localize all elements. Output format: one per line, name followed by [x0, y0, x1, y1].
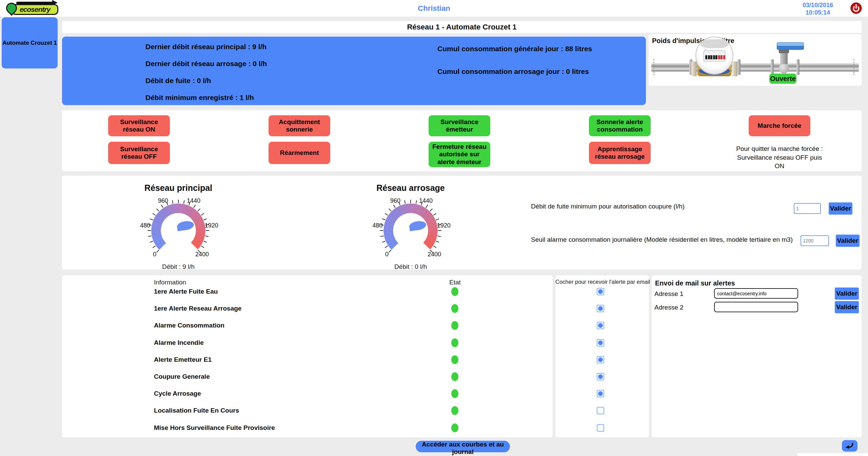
control-button-3[interactable]: Réarmement [269, 142, 330, 164]
email-alert-checkbox-6[interactable] [597, 390, 604, 397]
gauge-tick [437, 236, 441, 237]
gauge-tick [172, 200, 173, 204]
gauge-tick [393, 205, 396, 208]
pipe-flange-icon [796, 59, 800, 75]
email-valider-button-1[interactable]: Valider [835, 301, 859, 313]
gauge-tick [404, 200, 406, 204]
email-valider-button-0[interactable]: Valider [835, 288, 859, 300]
email-alert-checkbox-8[interactable] [597, 424, 604, 432]
gauge-tick [147, 230, 151, 231]
force-mode-note: Pour quitter la marche forcée : Surveill… [735, 144, 824, 171]
gauge-widget: 0480960144019202400Débit : 0 l/h [375, 196, 446, 267]
gauge-tick [201, 213, 204, 216]
email-alert-checkbox-3[interactable] [597, 339, 604, 346]
control-button-2[interactable]: Acquittement sonnerie [269, 115, 330, 136]
pipe-flange-icon [737, 59, 741, 75]
column-header-email-alert: Cocher pour recevoir l'alerte par email [555, 279, 649, 285]
gauge-1: Réseau arrosage0480960144019202400Débit … [363, 183, 458, 275]
status-dot [451, 355, 458, 364]
gauge-tick [193, 205, 196, 208]
control-button-1[interactable]: Surveillance réseau OFF [108, 142, 170, 164]
control-button-8[interactable]: Marche forcée [749, 115, 810, 136]
control-button-5[interactable]: Fermeture réseau autorisée sur alerte ém… [429, 142, 490, 167]
user-name[interactable]: Christian [0, 4, 868, 13]
email-panel-title: Envoi de mail sur alertes [655, 279, 735, 287]
gauge-tick [426, 205, 428, 208]
email-alert-checkbox-5[interactable] [597, 373, 604, 380]
gauge-tick-label: 960 [158, 197, 168, 204]
control-button-4[interactable]: Surveillance émetteur [429, 115, 490, 136]
email-alert-checkbox-4[interactable] [597, 356, 604, 363]
alert-row-label: 1ere Alerte Reseau Arrosage [154, 305, 241, 312]
checkbox-checked-mark [598, 306, 603, 311]
page-title: Réseau 1 - Automate Crouzet 1 [62, 21, 862, 33]
meter-digit [715, 55, 717, 59]
email-alert-checkbox-0[interactable] [597, 288, 604, 295]
gauge-tick-label: 0 [385, 251, 389, 258]
email-alert-checkbox-1[interactable] [597, 305, 604, 312]
gauge-tick [433, 245, 436, 248]
gauge-tick [150, 241, 153, 243]
curved-arrow-icon [845, 442, 855, 450]
gauge-tick [153, 245, 156, 248]
email-panel: Envoi de mail sur alertes Adresse 1Valid… [652, 275, 862, 437]
alert-row-label: Mise Hors Surveillance Fuite Provisoire [154, 424, 275, 432]
gauge-tick-label: 1440 [419, 197, 433, 204]
date-label: 03/10/2016 [791, 1, 845, 9]
alert-row-label: 1ere Alerte Fuite Eau [154, 288, 218, 295]
controls-panel: Surveillance réseau ONSurveillance résea… [62, 110, 862, 171]
meter-digit [718, 55, 720, 59]
gauge-tick [380, 230, 383, 231]
meter-nut-icon [691, 61, 697, 76]
gauge-tick-label: 1920 [205, 222, 218, 229]
alert-row-label: Coupure Generale [154, 373, 210, 380]
alert-row-label: Alerte Emetteur E1 [154, 356, 212, 363]
gauge-tick [382, 218, 386, 220]
return-button[interactable] [842, 440, 857, 452]
gauge-widget: 0480960144019202400Débit : 9 l/h [143, 196, 214, 267]
valve-state-button[interactable]: Ouverte [769, 74, 796, 84]
gauge-tick-label: 960 [390, 197, 400, 204]
email-address-label-1: Adresse 2 [654, 304, 684, 311]
gauge-tick [183, 200, 185, 204]
gauge-tick-label: 2400 [428, 251, 441, 258]
gauge-title: Réseau arrosage [363, 183, 458, 193]
gauges-panel: Réseau principal0480960144019202400Débit… [62, 176, 862, 270]
setting-input-0[interactable] [794, 203, 821, 214]
power-button[interactable] [850, 2, 862, 14]
email-alert-checkbox-7[interactable] [597, 407, 604, 414]
status-dot [451, 304, 458, 313]
gauge-tick [389, 209, 391, 211]
alert-row-label: Alarme Consommation [154, 322, 224, 329]
gauge-tick [156, 250, 159, 253]
meter-nut-icon [732, 61, 737, 76]
gauge-tick [203, 218, 207, 220]
gauge-value-label: Débit : 9 l/h [143, 263, 214, 271]
meter-digit [705, 55, 707, 59]
gauge-tick [436, 241, 439, 243]
sidebar-item-automate[interactable]: Automate Crouzet 1 [2, 17, 58, 68]
control-button-6[interactable]: Sonnerie alerte consommation [589, 115, 651, 136]
pipe-flange-icon [771, 59, 774, 75]
control-button-7[interactable]: Apprentissage réseau arrosage [589, 142, 651, 164]
gauge-tick [206, 230, 209, 231]
setting-valider-button-1[interactable]: Valider [836, 235, 860, 247]
gauge-tick [201, 245, 204, 248]
meter-digit [721, 55, 723, 59]
control-button-0[interactable]: Surveillance réseau ON [108, 115, 170, 136]
gauge-tick [436, 218, 439, 220]
checkbox-checked-mark [598, 374, 603, 379]
setting-input-1[interactable] [801, 235, 829, 246]
status-dot [451, 389, 458, 398]
status-dot [451, 423, 458, 432]
email-address-input-1[interactable] [714, 302, 798, 312]
status-dot [451, 372, 458, 381]
gauge-tick-label: 2400 [195, 251, 209, 258]
email-address-label-0: Adresse 1 [654, 290, 684, 298]
email-address-input-0[interactable] [714, 288, 798, 299]
email-alert-checkbox-2[interactable] [597, 322, 604, 329]
setting-valider-button-0[interactable]: Valider [829, 202, 852, 215]
meter-digit [710, 55, 712, 59]
logo-arrow-icon [16, 2, 54, 4]
curves-journal-button[interactable]: Accéder aux courbes et au journal [416, 441, 510, 452]
